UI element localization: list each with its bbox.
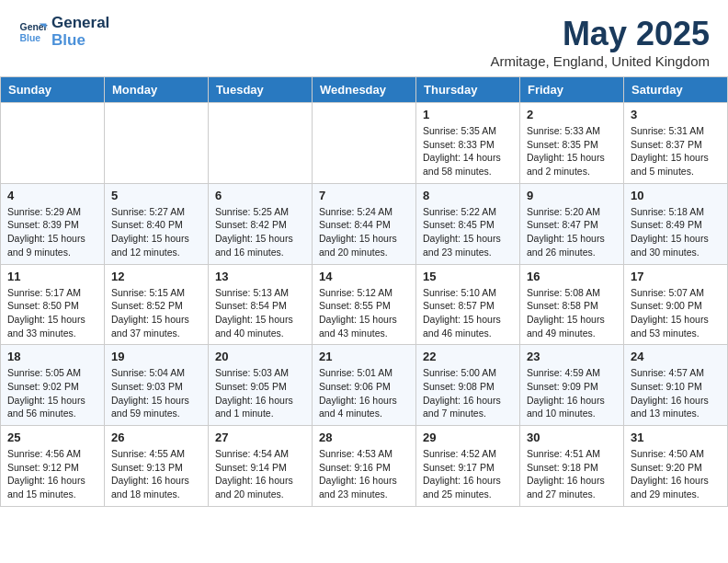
day-info: Sunrise: 4:59 AM Sunset: 9:09 PM Dayligh… — [527, 366, 617, 420]
location: Armitage, England, United Kingdom — [491, 53, 710, 69]
weekday-header-monday: Monday — [105, 77, 209, 103]
day-number: 5 — [111, 189, 201, 202]
logo-line1: General — [51, 15, 109, 32]
weekday-header-saturday: Saturday — [624, 77, 728, 103]
day-info: Sunrise: 5:13 AM Sunset: 8:54 PM Dayligh… — [215, 286, 305, 340]
day-info: Sunrise: 5:10 AM Sunset: 8:57 PM Dayligh… — [423, 286, 513, 340]
calendar-cell: 23Sunrise: 4:59 AM Sunset: 9:09 PM Dayli… — [520, 345, 624, 426]
calendar-cell: 14Sunrise: 5:12 AM Sunset: 8:55 PM Dayli… — [313, 264, 416, 345]
calendar-cell: 10Sunrise: 5:18 AM Sunset: 8:49 PM Dayli… — [624, 183, 728, 264]
day-number: 21 — [319, 350, 409, 363]
weekday-header-thursday: Thursday — [416, 77, 520, 103]
day-info: Sunrise: 5:05 AM Sunset: 9:02 PM Dayligh… — [7, 366, 97, 420]
day-number: 3 — [631, 108, 721, 121]
logo-line2: Blue — [51, 32, 109, 50]
calendar-cell: 8Sunrise: 5:22 AM Sunset: 8:45 PM Daylig… — [416, 183, 520, 264]
day-info: Sunrise: 5:07 AM Sunset: 9:00 PM Dayligh… — [631, 286, 721, 340]
logo-icon: General Blue — [18, 17, 48, 47]
svg-text:Blue: Blue — [20, 32, 41, 42]
calendar-cell — [105, 103, 209, 184]
day-info: Sunrise: 4:55 AM Sunset: 9:13 PM Dayligh… — [111, 447, 201, 501]
day-number: 30 — [527, 431, 617, 444]
day-info: Sunrise: 5:00 AM Sunset: 9:08 PM Dayligh… — [423, 366, 513, 420]
calendar-cell: 9Sunrise: 5:20 AM Sunset: 8:47 PM Daylig… — [520, 183, 624, 264]
day-number: 29 — [423, 431, 513, 444]
calendar-cell: 27Sunrise: 4:54 AM Sunset: 9:14 PM Dayli… — [209, 426, 313, 507]
calendar-cell: 31Sunrise: 4:50 AM Sunset: 9:20 PM Dayli… — [624, 426, 728, 507]
calendar-cell — [209, 103, 313, 184]
day-number: 24 — [631, 350, 721, 363]
day-info: Sunrise: 5:27 AM Sunset: 8:40 PM Dayligh… — [111, 205, 201, 259]
day-number: 25 — [7, 431, 97, 444]
day-number: 2 — [527, 108, 617, 121]
calendar-cell: 4Sunrise: 5:29 AM Sunset: 8:39 PM Daylig… — [1, 183, 105, 264]
calendar-cell: 11Sunrise: 5:17 AM Sunset: 8:50 PM Dayli… — [1, 264, 105, 345]
day-info: Sunrise: 5:29 AM Sunset: 8:39 PM Dayligh… — [7, 205, 97, 259]
day-info: Sunrise: 5:35 AM Sunset: 8:33 PM Dayligh… — [423, 124, 513, 178]
day-info: Sunrise: 5:17 AM Sunset: 8:50 PM Dayligh… — [7, 286, 97, 340]
day-info: Sunrise: 4:57 AM Sunset: 9:10 PM Dayligh… — [631, 366, 721, 420]
calendar-cell: 2Sunrise: 5:33 AM Sunset: 8:35 PM Daylig… — [520, 103, 624, 184]
day-info: Sunrise: 5:01 AM Sunset: 9:06 PM Dayligh… — [319, 366, 409, 420]
day-info: Sunrise: 5:15 AM Sunset: 8:52 PM Dayligh… — [111, 286, 201, 340]
day-number: 15 — [423, 270, 513, 283]
day-info: Sunrise: 5:03 AM Sunset: 9:05 PM Dayligh… — [215, 366, 305, 420]
day-info: Sunrise: 4:51 AM Sunset: 9:18 PM Dayligh… — [527, 447, 617, 501]
calendar-cell: 30Sunrise: 4:51 AM Sunset: 9:18 PM Dayli… — [520, 426, 624, 507]
day-number: 26 — [111, 431, 201, 444]
calendar-cell: 15Sunrise: 5:10 AM Sunset: 8:57 PM Dayli… — [416, 264, 520, 345]
day-info: Sunrise: 5:24 AM Sunset: 8:44 PM Dayligh… — [319, 205, 409, 259]
weekday-header-wednesday: Wednesday — [313, 77, 416, 103]
day-info: Sunrise: 5:31 AM Sunset: 8:37 PM Dayligh… — [631, 124, 721, 178]
day-number: 18 — [7, 350, 97, 363]
day-info: Sunrise: 5:12 AM Sunset: 8:55 PM Dayligh… — [319, 286, 409, 340]
day-info: Sunrise: 5:22 AM Sunset: 8:45 PM Dayligh… — [423, 205, 513, 259]
calendar-cell: 1Sunrise: 5:35 AM Sunset: 8:33 PM Daylig… — [416, 103, 520, 184]
day-info: Sunrise: 5:25 AM Sunset: 8:42 PM Dayligh… — [215, 205, 305, 259]
day-info: Sunrise: 4:54 AM Sunset: 9:14 PM Dayligh… — [215, 447, 305, 501]
day-number: 8 — [423, 189, 513, 202]
weekday-header-sunday: Sunday — [1, 77, 105, 103]
calendar-cell: 24Sunrise: 4:57 AM Sunset: 9:10 PM Dayli… — [624, 345, 728, 426]
day-info: Sunrise: 5:33 AM Sunset: 8:35 PM Dayligh… — [527, 124, 617, 178]
weekday-header-friday: Friday — [520, 77, 624, 103]
day-number: 27 — [215, 431, 305, 444]
day-number: 14 — [319, 270, 409, 283]
day-info: Sunrise: 5:20 AM Sunset: 8:47 PM Dayligh… — [527, 205, 617, 259]
calendar-cell: 5Sunrise: 5:27 AM Sunset: 8:40 PM Daylig… — [105, 183, 209, 264]
weekday-header-tuesday: Tuesday — [209, 77, 313, 103]
calendar-cell: 29Sunrise: 4:52 AM Sunset: 9:17 PM Dayli… — [416, 426, 520, 507]
logo: General Blue General Blue — [18, 15, 109, 49]
page-header: General Blue General Blue May 2025 Armit… — [0, 0, 728, 76]
calendar-cell — [313, 103, 416, 184]
calendar-cell: 17Sunrise: 5:07 AM Sunset: 9:00 PM Dayli… — [624, 264, 728, 345]
day-number: 13 — [215, 270, 305, 283]
day-info: Sunrise: 4:50 AM Sunset: 9:20 PM Dayligh… — [631, 447, 721, 501]
calendar-cell — [1, 103, 105, 184]
calendar-cell: 12Sunrise: 5:15 AM Sunset: 8:52 PM Dayli… — [105, 264, 209, 345]
day-number: 17 — [631, 270, 721, 283]
calendar-cell: 25Sunrise: 4:56 AM Sunset: 9:12 PM Dayli… — [1, 426, 105, 507]
calendar-cell: 13Sunrise: 5:13 AM Sunset: 8:54 PM Dayli… — [209, 264, 313, 345]
day-number: 22 — [423, 350, 513, 363]
day-number: 19 — [111, 350, 201, 363]
calendar-cell: 19Sunrise: 5:04 AM Sunset: 9:03 PM Dayli… — [105, 345, 209, 426]
day-info: Sunrise: 4:53 AM Sunset: 9:16 PM Dayligh… — [319, 447, 409, 501]
day-number: 23 — [527, 350, 617, 363]
day-number: 1 — [423, 108, 513, 121]
title-block: May 2025 Armitage, England, United Kingd… — [491, 15, 710, 69]
calendar-table: SundayMondayTuesdayWednesdayThursdayFrid… — [0, 76, 728, 507]
day-info: Sunrise: 5:04 AM Sunset: 9:03 PM Dayligh… — [111, 366, 201, 420]
calendar-cell: 21Sunrise: 5:01 AM Sunset: 9:06 PM Dayli… — [313, 345, 416, 426]
month-title: May 2025 — [491, 15, 710, 53]
calendar-cell: 18Sunrise: 5:05 AM Sunset: 9:02 PM Dayli… — [1, 345, 105, 426]
day-info: Sunrise: 5:08 AM Sunset: 8:58 PM Dayligh… — [527, 286, 617, 340]
day-number: 10 — [631, 189, 721, 202]
day-number: 28 — [319, 431, 409, 444]
day-number: 12 — [111, 270, 201, 283]
day-number: 16 — [527, 270, 617, 283]
calendar-cell: 6Sunrise: 5:25 AM Sunset: 8:42 PM Daylig… — [209, 183, 313, 264]
calendar-cell: 28Sunrise: 4:53 AM Sunset: 9:16 PM Dayli… — [313, 426, 416, 507]
day-number: 31 — [631, 431, 721, 444]
calendar-cell: 22Sunrise: 5:00 AM Sunset: 9:08 PM Dayli… — [416, 345, 520, 426]
